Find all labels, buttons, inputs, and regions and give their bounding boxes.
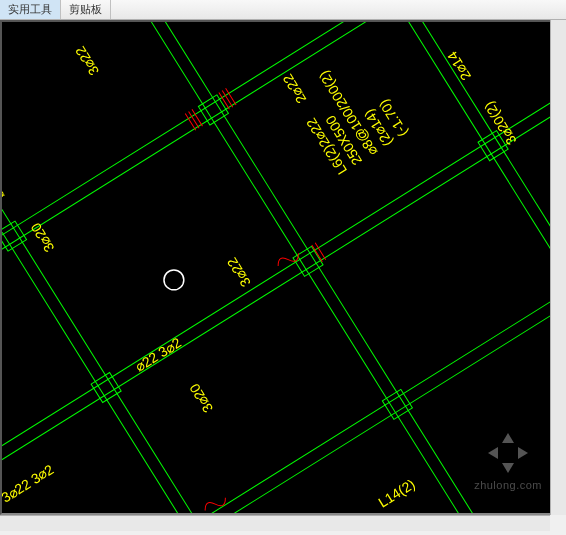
scrollbar-horizontal[interactable] <box>0 515 550 531</box>
anno-2: 3⌀20 <box>27 220 57 255</box>
anno-4: 3⌀20 <box>186 381 216 416</box>
cad-drawing: 3⌀22 3⌀20 3⌀22 3⌀20 2⌀22 2⌀14 3⌀20(2) ⌀2… <box>2 22 564 513</box>
anno-8: ⌀22 3⌀2 <box>132 334 184 375</box>
anno-5: 2⌀22 <box>279 71 309 106</box>
svg-line-3 <box>2 22 564 513</box>
cursor-ring <box>164 270 184 290</box>
toolbar-clipboard[interactable]: 剪贴板 <box>61 0 111 19</box>
anno-10: L14(2) <box>375 476 417 511</box>
anno-6: 2⌀14 <box>444 48 474 83</box>
scrollbar-vertical[interactable] <box>550 20 566 515</box>
toolbar-tools[interactable]: 实用工具 <box>0 0 61 19</box>
svg-line-5 <box>2 150 564 513</box>
anno-top-corner: ⌀7) <box>2 177 8 203</box>
anno-3: 3⌀22 <box>224 255 254 290</box>
toolbar: 实用工具 剪贴板 <box>0 0 566 20</box>
canvas-frame: 3⌀22 3⌀20 3⌀22 3⌀20 2⌀22 2⌀14 3⌀20(2) ⌀2… <box>0 20 566 515</box>
cad-canvas[interactable]: 3⌀22 3⌀20 3⌀22 3⌀20 2⌀22 2⌀14 3⌀20(2) ⌀2… <box>2 22 564 513</box>
anno-1: 3⌀22 <box>72 43 102 78</box>
svg-line-6 <box>2 22 334 513</box>
anno-9: 3⌀22 3⌀2 <box>2 461 57 506</box>
svg-line-4 <box>2 140 564 513</box>
svg-line-2 <box>2 22 564 513</box>
